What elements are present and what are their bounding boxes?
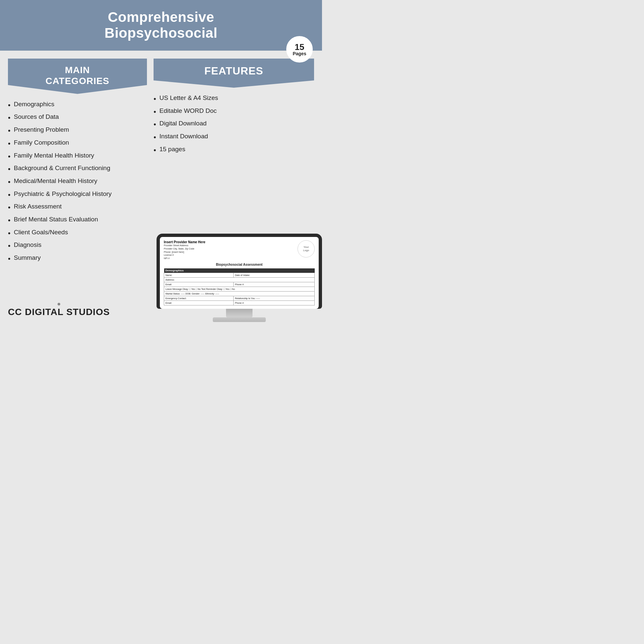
pages-badge: 15 Pages (286, 36, 313, 63)
table-cell-left: Name: (164, 273, 234, 278)
list-item: Client Goals/Needs (8, 228, 147, 238)
logo-placeholder: YourLogo (298, 240, 315, 257)
table-row: Email:Phone #: (164, 282, 315, 287)
features-list: US Letter & A4 SizesEditable WORD DocDig… (154, 94, 314, 158)
provider-name: Insert Provider Name Here (164, 240, 206, 244)
list-item: Background & Current Functioning (8, 164, 147, 174)
table-cell-right: Phone #: (233, 301, 314, 305)
dot-decoration (58, 303, 60, 305)
table-row: Emergency Contact:Relationship to You: -… (164, 296, 315, 301)
table-cell-left: Email: (164, 282, 234, 287)
list-item: Psychiatric & Psychological History (8, 190, 147, 200)
monitor-container: Insert Provider Name Here Provider Stree… (157, 234, 322, 322)
list-item: Diagnosis (8, 241, 147, 251)
table-cell: Marital Status: ----- DOB: Gender: -----… (164, 292, 315, 296)
list-item: Summary (8, 253, 147, 264)
table-row: Name:Date of Intake: (164, 273, 315, 278)
list-item: Demographics (8, 100, 147, 110)
list-item: Medical/Mental Health History (8, 177, 147, 187)
monitor-frame: Insert Provider Name Here Provider Stree… (157, 234, 322, 309)
table-cell-right: Relationship to You: ----- (233, 296, 314, 301)
table-cell-left: Email: (164, 301, 234, 305)
list-item: Editable WORD Doc (154, 107, 314, 117)
table-row: Marital Status: ----- DOB: Gender: -----… (164, 292, 315, 296)
brand-footer: CC DIGITAL STUDIOS (8, 299, 110, 317)
list-item: Digital Download (154, 119, 314, 129)
header-section: Comprehensive Biopsychosocial 15 Pages (0, 0, 322, 51)
list-item: Risk Assessment (8, 202, 147, 212)
form-title: Biopsychosocial Assessment (164, 263, 315, 266)
list-item: Family Composition (8, 138, 147, 149)
list-item: 15 pages (154, 145, 314, 155)
table-cell-right: Date of Intake: (233, 273, 314, 278)
monitor-stand (226, 309, 253, 317)
table-row: Leave Message Okay: □ Yes □ No Text Remi… (164, 287, 315, 292)
badge-number: 15 (295, 43, 304, 51)
list-item: Family Mental Health History (8, 151, 147, 161)
main-categories-banner: MAIN CATEGORIES (8, 59, 147, 94)
list-item: US Letter & A4 Sizes (154, 94, 314, 104)
list-item: Presenting Problem (8, 125, 147, 136)
provider-details: Provider Street Address Provider City, S… (164, 244, 206, 260)
page-title: Comprehensive Biopsychosocial (7, 9, 315, 41)
list-item: Sources of Data (8, 113, 147, 123)
left-column: MAIN CATEGORIES DemographicsSources of D… (8, 59, 147, 266)
table-row: Email:Phone #: (164, 301, 315, 305)
features-banner: FEATURES (154, 59, 314, 88)
monitor-screen: Insert Provider Name Here Provider Stree… (160, 237, 319, 309)
categories-list: DemographicsSources of DataPresenting Pr… (8, 100, 147, 266)
table-row: Address: (164, 278, 315, 282)
form-content: Insert Provider Name Here Provider Stree… (160, 237, 319, 309)
table-cell-left: Emergency Contact: (164, 296, 234, 301)
table-header: Demographics (164, 268, 315, 273)
table-cell: Leave Message Okay: □ Yes □ No Text Remi… (164, 287, 315, 292)
list-item: Instant Download (154, 132, 314, 142)
table-cell: Address: (164, 278, 315, 282)
list-item: Brief Mental Status Evaluation (8, 215, 147, 225)
monitor-base (213, 317, 266, 322)
badge-label: Pages (293, 51, 306, 56)
brand-name: CC DIGITAL STUDIOS (8, 307, 110, 317)
demographics-table: Demographics Name:Date of Intake:Address… (164, 268, 315, 305)
table-cell-right: Phone #: (233, 282, 314, 287)
